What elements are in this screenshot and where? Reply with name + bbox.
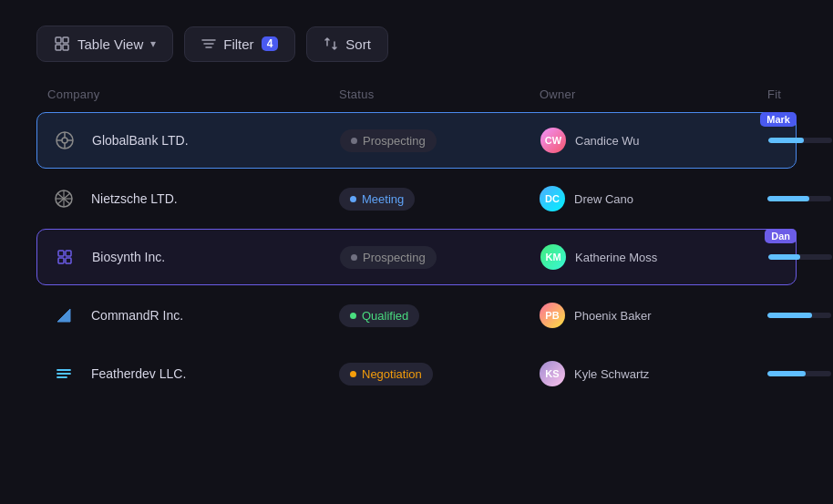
company-name: GlobalBank LTD. — [92, 133, 189, 148]
company-icon — [47, 299, 80, 332]
table-row[interactable]: Mark GlobalBank LTD. Prospecting CW Cand… — [36, 112, 797, 169]
owner-cell: KM Katherine Moss — [540, 244, 768, 270]
avatar: PB — [540, 303, 565, 328]
company-cell: Featherdev LLC. — [47, 357, 339, 390]
fit-bar-bg — [768, 138, 832, 143]
table-row[interactable]: Dan Biosynth Inc. Prospecting KM Katheri… — [36, 229, 797, 285]
fit-bar-fill — [768, 138, 804, 143]
svg-rect-21 — [66, 258, 71, 263]
status-cell: Qualified — [339, 304, 540, 327]
company-cell: GlobalBank LTD. — [48, 124, 340, 157]
owner-cell: PB Phoenix Baker — [540, 303, 767, 328]
svg-rect-20 — [58, 258, 64, 263]
company-name: Nietzsche LTD. — [91, 191, 178, 206]
status-pill[interactable]: Prospecting — [340, 246, 437, 269]
fit-bar-bg — [767, 313, 831, 318]
owner-name: Kyle Schwartz — [574, 367, 649, 381]
fit-bar-bg — [767, 196, 831, 201]
fit-cell — [767, 313, 833, 318]
table-row[interactable]: Featherdev LLC. Negotiation KS Kyle Schw… — [36, 345, 797, 402]
owner-name: Drew Cano — [574, 192, 633, 206]
fit-bar-fill — [768, 254, 800, 260]
svg-rect-1 — [63, 37, 68, 43]
owner-cell: KS Kyle Schwartz — [540, 361, 767, 386]
fit-bar-fill — [767, 371, 806, 376]
status-dot — [350, 371, 356, 377]
table-container: Company Status Owner Fit Mark GlobalBank… — [0, 80, 833, 402]
avatar: KM — [540, 244, 566, 270]
sort-label: Sort — [345, 36, 371, 52]
company-icon — [47, 357, 80, 390]
col-fit: Fit — [767, 87, 833, 101]
table-view-label: Table View — [77, 36, 143, 52]
owner-cell: CW Candice Wu — [540, 128, 768, 153]
avatar: KS — [540, 361, 565, 386]
table-view-icon — [54, 36, 70, 52]
owner-name: Candice Wu — [575, 134, 640, 148]
col-company: Company — [47, 87, 339, 101]
status-cell: Meeting — [339, 188, 540, 211]
status-text: Prospecting — [363, 251, 426, 264]
fit-cell — [768, 254, 833, 260]
svg-rect-18 — [58, 251, 64, 256]
col-owner: Owner — [540, 87, 767, 101]
col-status: Status — [339, 87, 540, 101]
company-cell: CommandR Inc. — [47, 299, 339, 332]
company-icon — [48, 241, 81, 273]
status-text: Prospecting — [363, 134, 426, 148]
svg-rect-0 — [56, 37, 61, 43]
table-row[interactable]: CommandR Inc. Qualified PB Phoenix Baker — [36, 287, 797, 344]
company-icon — [47, 182, 80, 215]
status-pill[interactable]: Qualified — [339, 304, 419, 327]
row-badge: Dan — [765, 229, 797, 243]
status-pill[interactable]: Meeting — [339, 188, 415, 211]
filter-count-badge: 4 — [262, 36, 279, 51]
fit-bar-bg — [767, 371, 831, 376]
status-cell: Prospecting — [340, 246, 540, 269]
company-cell: Biosynth Inc. — [48, 241, 340, 273]
sort-button[interactable]: Sort — [306, 26, 388, 62]
company-icon — [48, 124, 81, 157]
status-text: Meeting — [362, 192, 404, 206]
table-rows: Mark GlobalBank LTD. Prospecting CW Cand… — [36, 112, 797, 402]
filter-icon — [201, 36, 216, 51]
status-cell: Negotiation — [339, 363, 540, 386]
row-badge: Mark — [760, 112, 797, 127]
table-row[interactable]: Nietzsche LTD. Meeting DC Drew Cano — [36, 170, 797, 227]
company-name: CommandR Inc. — [91, 308, 183, 323]
chevron-down-icon: ▾ — [150, 37, 156, 50]
table-view-button[interactable]: Table View ▾ — [36, 26, 173, 62]
avatar: CW — [540, 128, 566, 153]
status-text: Negotiation — [362, 367, 422, 381]
owner-name: Katherine Moss — [575, 251, 657, 264]
table-header: Company Status Owner Fit — [36, 80, 797, 108]
status-cell: Prospecting — [340, 129, 540, 152]
status-pill[interactable]: Negotiation — [339, 363, 433, 386]
fit-bar-fill — [767, 196, 809, 201]
status-dot — [351, 254, 357, 261]
fit-cell — [768, 138, 833, 143]
avatar: DC — [540, 186, 565, 211]
sort-icon — [324, 36, 338, 51]
owner-name: Phoenix Baker — [574, 309, 652, 323]
svg-rect-19 — [66, 251, 71, 256]
filter-button[interactable]: Filter 4 — [184, 26, 295, 62]
svg-point-8 — [62, 138, 67, 143]
status-dot — [350, 313, 356, 319]
svg-rect-3 — [63, 45, 68, 50]
svg-rect-2 — [56, 45, 61, 50]
company-cell: Nietzsche LTD. — [47, 182, 339, 215]
status-text: Qualified — [362, 309, 408, 323]
company-name: Biosynth Inc. — [92, 250, 165, 264]
toolbar: Table View ▾ Filter 4 Sort — [0, 0, 833, 80]
status-pill[interactable]: Prospecting — [340, 129, 437, 152]
fit-cell — [767, 371, 833, 376]
fit-cell — [767, 196, 833, 201]
status-dot — [351, 138, 357, 144]
fit-bar-fill — [767, 313, 812, 318]
status-dot — [350, 196, 356, 202]
filter-label: Filter — [223, 36, 253, 52]
owner-cell: DC Drew Cano — [540, 186, 767, 211]
fit-bar-bg — [768, 254, 832, 260]
company-name: Featherdev LLC. — [91, 366, 186, 381]
